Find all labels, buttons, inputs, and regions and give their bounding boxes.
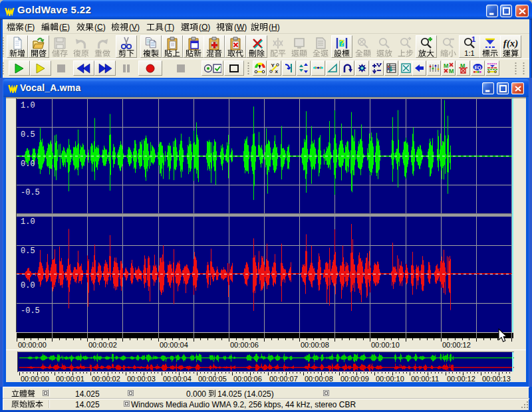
svg-text:Y: Y [271, 62, 275, 68]
svg-text:M: M [449, 68, 454, 74]
svg-text:?: ? [339, 38, 344, 48]
svg-text:1: 1 [471, 36, 475, 43]
svg-text:f(x): f(x) [503, 38, 518, 49]
svg-text:x: x [275, 68, 279, 74]
svg-text:EQ: EQ [474, 65, 481, 70]
svg-text:M: M [444, 62, 449, 69]
